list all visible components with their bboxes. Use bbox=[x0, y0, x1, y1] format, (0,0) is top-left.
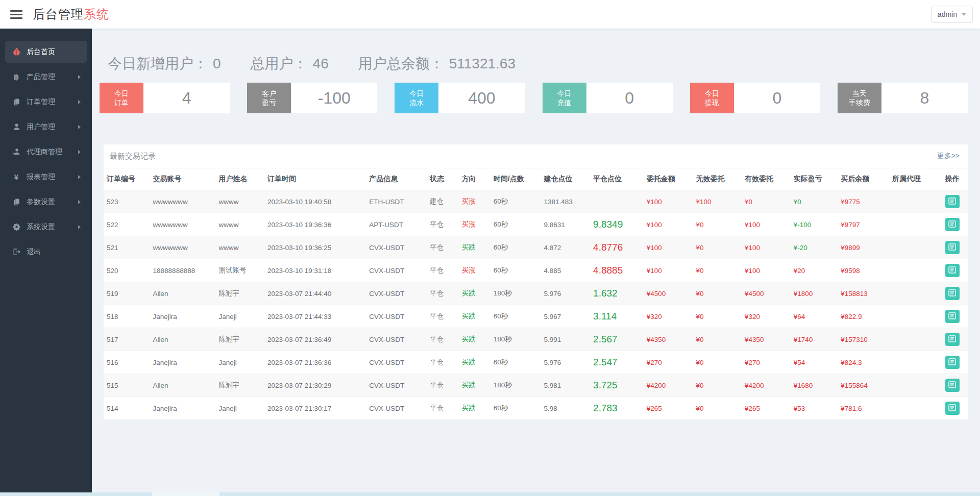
files-icon bbox=[11, 198, 21, 206]
table-cell: CVX-USDT bbox=[366, 351, 427, 374]
sidebar-item-用户管理[interactable]: 用户管理 bbox=[5, 116, 87, 138]
table-cell bbox=[937, 374, 968, 397]
detail-button[interactable] bbox=[945, 379, 960, 392]
detail-button[interactable] bbox=[945, 356, 960, 369]
table-cell: ¥-100 bbox=[791, 213, 838, 236]
more-link[interactable]: 更多>> bbox=[937, 152, 960, 161]
table-cell: 518 bbox=[104, 305, 150, 328]
table-cell: ¥9899 bbox=[838, 236, 889, 259]
summary-value: 46 bbox=[313, 56, 329, 72]
table-cell: 买涨 bbox=[458, 259, 490, 282]
table-cell: 60秒 bbox=[491, 213, 541, 236]
table-cell: 516 bbox=[104, 351, 150, 374]
table-row: 516JanejiraJaneji2023-03-07 21:36:36CVX-… bbox=[104, 351, 968, 374]
sidebar-item-系统设置[interactable]: 系统设置 bbox=[5, 216, 87, 238]
panel-title: 最新交易记录 bbox=[110, 152, 156, 161]
chevron-down-icon bbox=[961, 13, 966, 16]
table-cell: 9.8631 bbox=[541, 213, 590, 236]
detail-button[interactable] bbox=[945, 287, 960, 300]
table-cell: wwwwwww bbox=[150, 213, 216, 236]
detail-button[interactable] bbox=[945, 333, 960, 346]
latest-trades-panel: 最新交易记录 更多>> 订单编号交易账号用户姓名订单时间产品信息状态方向时间/点… bbox=[104, 144, 968, 420]
column-header: 无效委托 bbox=[693, 168, 742, 190]
table-cell: CVX-USDT bbox=[366, 282, 427, 305]
table-cell: 买跌 bbox=[458, 397, 490, 420]
topbar: 后台管理系统 admin bbox=[0, 0, 980, 29]
table-cell: ¥9797 bbox=[838, 213, 889, 236]
sidebar-item-label: 产品管理 bbox=[27, 72, 55, 82]
sidebar-item-label: 后台首页 bbox=[27, 47, 55, 57]
stat-card-value: 400 bbox=[438, 83, 525, 113]
table-cell: Janejira bbox=[150, 397, 216, 420]
sidebar-item-退出[interactable]: 退出 bbox=[5, 241, 87, 263]
table-cell: 平仓 bbox=[427, 374, 458, 397]
horizontal-scrollbar[interactable] bbox=[0, 492, 980, 496]
sidebar-item-label: 用户管理 bbox=[27, 122, 55, 132]
table-cell: ¥100 bbox=[644, 236, 693, 259]
table-cell: 买涨 bbox=[458, 190, 490, 213]
table-cell: 4.8885 bbox=[590, 259, 644, 282]
table-cell: wwwwwww bbox=[150, 236, 216, 259]
detail-button[interactable] bbox=[945, 402, 960, 415]
stat-card-label: 今日 提现 bbox=[690, 83, 734, 113]
stat-card-label: 今日 充值 bbox=[543, 83, 586, 113]
detail-button[interactable] bbox=[945, 264, 960, 277]
table-cell: 3.725 bbox=[590, 374, 644, 397]
detail-button[interactable] bbox=[945, 195, 960, 208]
column-header: 时间/点数 bbox=[491, 168, 541, 190]
table-cell: 平仓 bbox=[427, 213, 458, 236]
table-cell: 平仓 bbox=[427, 305, 458, 328]
table-cell bbox=[889, 236, 937, 259]
table-cell: CVX-USDT bbox=[366, 374, 427, 397]
column-header: 所属代理 bbox=[889, 168, 937, 190]
table-cell: 陈冠宇 bbox=[215, 328, 264, 351]
chevron-right-icon bbox=[78, 75, 81, 79]
table-cell: ¥270 bbox=[742, 351, 791, 374]
sidebar-item-label: 订单管理 bbox=[27, 97, 55, 107]
table-cell bbox=[937, 213, 968, 236]
table-row: 52018888888888测试账号2023-03-10 19:31:18CVX… bbox=[104, 259, 968, 282]
detail-button[interactable] bbox=[945, 218, 960, 231]
table-cell: ¥4500 bbox=[742, 282, 791, 305]
table-cell: 2.783 bbox=[590, 397, 644, 420]
scrollbar-thumb[interactable] bbox=[152, 492, 219, 496]
table-cell bbox=[889, 351, 937, 374]
sidebar-item-label: 系统设置 bbox=[27, 222, 55, 232]
menu-toggle-icon[interactable] bbox=[10, 10, 22, 19]
chevron-right-icon bbox=[78, 100, 81, 104]
table-cell: 3.114 bbox=[590, 305, 644, 328]
table-cell: 买跌 bbox=[458, 328, 490, 351]
sidebar-item-参数设置[interactable]: 参数设置 bbox=[5, 191, 87, 213]
column-header: 用户姓名 bbox=[215, 168, 264, 190]
sidebar-item-报表管理[interactable]: ¥报表管理 bbox=[5, 166, 87, 188]
table-cell bbox=[889, 259, 937, 282]
column-header: 实际盈亏 bbox=[791, 168, 838, 190]
column-header: 方向 bbox=[458, 168, 490, 190]
detail-button[interactable] bbox=[945, 310, 960, 323]
sidebar-item-label: 退出 bbox=[27, 247, 41, 257]
sidebar-item-订单管理[interactable]: 订单管理 bbox=[5, 91, 87, 113]
sidebar-item-产品管理[interactable]: ฿产品管理 bbox=[5, 66, 87, 88]
table-cell: 4.8776 bbox=[590, 236, 644, 259]
table-cell: APT-USDT bbox=[366, 213, 427, 236]
table-cell: Janeji bbox=[215, 397, 264, 420]
detail-button[interactable] bbox=[945, 241, 960, 254]
table-cell: ¥4500 bbox=[644, 282, 693, 305]
table-cell: 180秒 bbox=[491, 282, 541, 305]
app-shell: 后台首页฿产品管理订单管理用户管理代理商管理¥报表管理参数设置系统设置退出 今日… bbox=[0, 29, 980, 492]
sidebar-item-代理商管理[interactable]: 代理商管理 bbox=[5, 141, 87, 163]
user-menu-button[interactable]: admin bbox=[931, 6, 973, 23]
table-cell bbox=[889, 397, 937, 420]
stat-card-value: 8 bbox=[881, 83, 968, 113]
detail-icon bbox=[948, 266, 956, 275]
table-cell bbox=[937, 351, 968, 374]
column-header: 订单编号 bbox=[104, 168, 150, 190]
table-cell: ¥4200 bbox=[644, 374, 693, 397]
table-cell: 522 bbox=[104, 213, 150, 236]
table-cell: ¥1680 bbox=[791, 374, 838, 397]
sidebar: 后台首页฿产品管理订单管理用户管理代理商管理¥报表管理参数设置系统设置退出 bbox=[0, 29, 92, 492]
sidebar-item-后台首页[interactable]: 后台首页 bbox=[5, 41, 87, 63]
table-cell: 平仓 bbox=[427, 236, 458, 259]
gears-icon bbox=[11, 223, 21, 231]
table-cell: ¥0 bbox=[693, 374, 742, 397]
